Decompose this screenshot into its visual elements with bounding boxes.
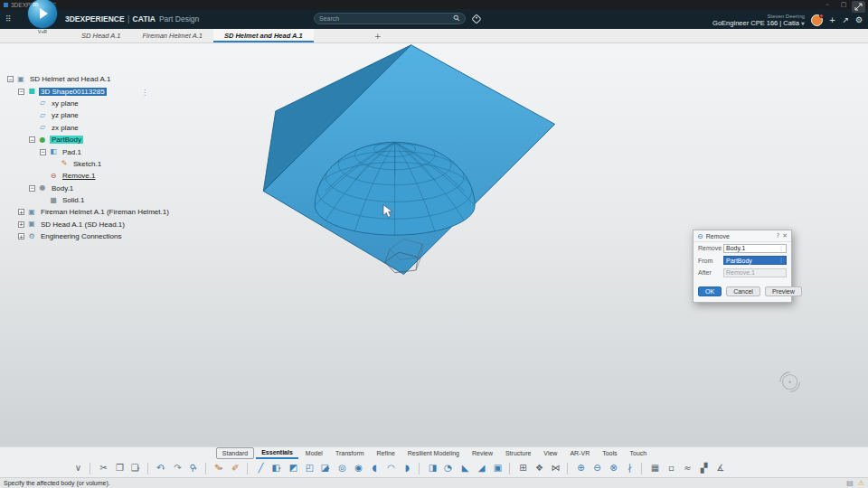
ok-button[interactable]: OK bbox=[698, 286, 722, 296]
tree-item-label[interactable]: 3D Shape00113285 bbox=[39, 88, 107, 96]
ribbon-tab[interactable]: AR-VR bbox=[564, 448, 595, 458]
toolbar-button[interactable] bbox=[247, 463, 248, 474]
tree-item[interactable]: + ▣ Fireman Helmet A.1 (Fireman Helmet.1… bbox=[4, 206, 275, 218]
toolbar-button[interactable] bbox=[567, 463, 568, 474]
toolbar-button[interactable]: ◪ ▾ bbox=[318, 461, 332, 475]
ribbon-tab[interactable]: Tools bbox=[597, 448, 622, 458]
app-menu-icon[interactable]: ⠿ bbox=[5, 14, 12, 23]
tree-item[interactable]: − ● PartBody bbox=[4, 134, 275, 145]
dropdown-caret-icon[interactable]: ▾ bbox=[327, 465, 330, 471]
tree-item[interactable]: ▱ zx plane bbox=[4, 122, 275, 134]
tree-expander[interactable]: + bbox=[18, 221, 24, 228]
toolbar-button[interactable]: ⊗ bbox=[606, 461, 619, 475]
toolbar-button[interactable]: ◎ bbox=[335, 461, 348, 475]
toolbar-button[interactable]: ◉ bbox=[351, 461, 364, 475]
dropdown-caret-icon[interactable]: ▾ bbox=[450, 465, 453, 471]
toolbar-button[interactable] bbox=[90, 463, 90, 474]
search-input[interactable] bbox=[319, 15, 454, 22]
share-icon[interactable]: ↗ bbox=[842, 14, 849, 25]
dropdown-caret-icon[interactable]: ▾ bbox=[278, 465, 281, 471]
tree-item[interactable]: + ⚙ Engineering Connections bbox=[4, 230, 275, 242]
tree-item-label[interactable]: Sketch.1 bbox=[71, 160, 103, 168]
tree-item[interactable]: + ▣ SD Head A.1 (SD Head.1) bbox=[4, 219, 275, 230]
toolbar-button[interactable]: ◧ ▾ bbox=[269, 461, 283, 475]
tree-item[interactable]: − ● Body.1 bbox=[4, 183, 275, 194]
tree-item[interactable]: ✎ Sketch.1 bbox=[4, 158, 275, 170]
tree-expander[interactable]: + bbox=[18, 233, 24, 239]
ribbon-tab[interactable]: Resilient Modeling bbox=[402, 448, 465, 458]
from-field[interactable]: PartBody⋮ bbox=[723, 256, 787, 265]
toolbar-button[interactable]: ▞ bbox=[696, 461, 710, 475]
remove-field[interactable]: Body.1⋮ bbox=[723, 244, 787, 253]
toolbar-button[interactable]: ∤ bbox=[622, 461, 636, 475]
tree-item-label[interactable]: xy plane bbox=[50, 99, 80, 108]
avatar[interactable] bbox=[811, 14, 823, 26]
user-block[interactable]: Steven Deering GoEngineer CPE 166 | Cati… bbox=[712, 13, 805, 27]
toolbar-button[interactable]: ❖ bbox=[532, 461, 545, 475]
tree-item-label[interactable]: Pad.1 bbox=[61, 148, 83, 156]
toolbar-button[interactable]: ⊞ bbox=[515, 461, 529, 475]
toolbar-button[interactable]: ◗ bbox=[400, 461, 413, 475]
toolbar-button[interactable]: ◨ bbox=[425, 461, 439, 475]
preview-button[interactable]: Preview bbox=[765, 286, 802, 296]
toolbar-button[interactable]: ▦ bbox=[647, 461, 661, 475]
ribbon-tab[interactable]: Structure bbox=[500, 448, 536, 458]
minimize-button[interactable]: – bbox=[819, 0, 835, 9]
dialog-close-icon[interactable]: ✕ bbox=[782, 232, 788, 239]
tree-expander[interactable]: − bbox=[40, 149, 46, 155]
toolbar-button[interactable]: ◩ bbox=[286, 461, 299, 475]
toolbar-button[interactable]: ∨ bbox=[71, 461, 84, 475]
settings-icon[interactable]: ⚙ bbox=[855, 14, 863, 25]
toolbar-button[interactable] bbox=[419, 463, 420, 474]
ribbon-tab[interactable]: View bbox=[538, 448, 562, 458]
toolbar-button[interactable]: ✎ ▾ bbox=[212, 461, 225, 475]
dropdown-caret-icon[interactable]: ▾ bbox=[137, 465, 140, 471]
tree-item-label[interactable]: Solid.1 bbox=[61, 196, 86, 204]
ribbon-tab[interactable]: Model bbox=[300, 448, 328, 458]
ribbon-tab[interactable]: Review bbox=[467, 448, 498, 458]
toolbar-button[interactable]: ✂ bbox=[96, 461, 109, 475]
toolbar-button[interactable]: ⊕ bbox=[573, 461, 587, 475]
toolbar-button[interactable]: ↷ bbox=[170, 461, 184, 475]
tree-item-label[interactable]: Body.1 bbox=[50, 184, 75, 192]
tree-expander[interactable]: + bbox=[18, 209, 24, 215]
tree-expander[interactable]: − bbox=[18, 89, 24, 95]
toolbar-button[interactable] bbox=[641, 463, 642, 474]
tree-item[interactable]: ▱ xy plane bbox=[4, 98, 275, 109]
document-tab[interactable]: SD Helmet and Head A.1 bbox=[213, 29, 314, 42]
tree-item[interactable]: ▱ yz plane bbox=[4, 109, 275, 121]
toolbar-button[interactable]: ◖ bbox=[367, 461, 381, 475]
toolbar-button[interactable]: ✐ bbox=[228, 461, 241, 475]
tenant-selector[interactable]: GoEngineer CPE 166 | Catia ▼ bbox=[712, 20, 805, 27]
document-tab[interactable]: Fireman Helmet A.1 bbox=[132, 29, 213, 42]
toolbar-button[interactable]: ⊖ bbox=[590, 461, 603, 475]
tree-item[interactable]: ■ Solid.1 bbox=[4, 194, 275, 206]
toolbar-button[interactable]: ⋈ bbox=[548, 461, 561, 475]
tree-item[interactable]: − ◧ Pad.1 bbox=[4, 145, 275, 157]
help-icon[interactable]: ? bbox=[776, 232, 779, 239]
toolbar-button[interactable] bbox=[205, 463, 206, 474]
tree-item-label[interactable]: Engineering Connections bbox=[39, 232, 123, 240]
stepper-icon[interactable]: ⋮ bbox=[778, 245, 784, 252]
new-tab-button[interactable]: + bbox=[369, 30, 387, 43]
tree-expander[interactable]: − bbox=[7, 76, 14, 82]
tree-item-label[interactable]: SD Helmet and Head A.1 bbox=[28, 75, 112, 83]
toolbar-button[interactable]: ◣ bbox=[458, 461, 471, 475]
toolbar-button[interactable] bbox=[147, 463, 148, 474]
tree-item-label[interactable]: Fireman Helmet A.1 (Fireman Helmet.1) bbox=[39, 208, 171, 216]
ribbon-tab[interactable]: Standard bbox=[216, 447, 254, 459]
tree-expander[interactable]: − bbox=[29, 136, 35, 143]
maximize-button[interactable]: ▢ bbox=[835, 0, 852, 9]
toolbar-button[interactable]: ▣ bbox=[490, 461, 504, 475]
dropdown-caret-icon[interactable]: ▾ bbox=[162, 465, 165, 471]
tree-item-label[interactable]: yz plane bbox=[50, 111, 80, 119]
cancel-button[interactable]: Cancel bbox=[726, 286, 760, 296]
tree-item[interactable]: ⊖ Remove.1 bbox=[4, 170, 275, 182]
ribbon-tab[interactable]: Essentials bbox=[256, 447, 298, 459]
toolbar-button[interactable]: ◠ bbox=[383, 461, 397, 475]
stepper-icon[interactable]: ⋮ bbox=[778, 257, 784, 264]
tree-item-label[interactable]: PartBody bbox=[50, 136, 83, 144]
toolbar-button[interactable]: ╱ bbox=[253, 461, 267, 475]
toolbar-button[interactable]: ∡ bbox=[712, 461, 726, 475]
fullscreen-button[interactable] bbox=[852, 1, 865, 13]
